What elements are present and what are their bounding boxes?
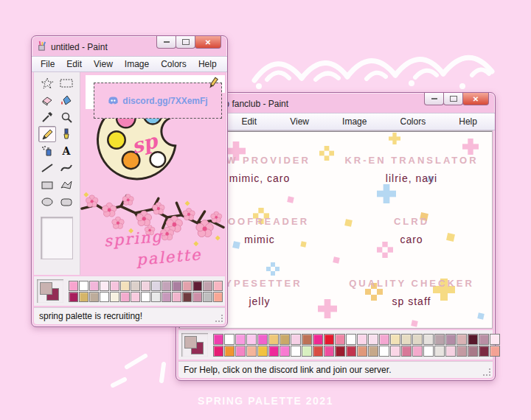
palette-swatch[interactable] <box>357 346 367 357</box>
palette-swatch[interactable] <box>246 334 257 345</box>
palette-swatch[interactable] <box>423 346 434 357</box>
resize-grip[interactable] <box>215 315 223 322</box>
palette-swatch[interactable] <box>110 292 119 302</box>
tool-rounded-rectangle[interactable] <box>58 194 75 210</box>
palette-swatch[interactable] <box>268 334 279 345</box>
selection-box[interactable]: discord.gg/7XXemFj <box>94 83 222 119</box>
palette-swatch[interactable] <box>468 346 478 357</box>
palette-swatch[interactable] <box>390 346 400 357</box>
tool-pick-color[interactable] <box>38 109 56 125</box>
palette-swatch[interactable] <box>324 346 334 357</box>
palette-swatch[interactable] <box>141 292 150 302</box>
palette-swatch[interactable] <box>235 334 246 345</box>
palette-swatch[interactable] <box>379 346 389 357</box>
palette-swatch[interactable] <box>120 281 130 291</box>
palette-swatch[interactable] <box>434 334 445 345</box>
palette-swatch[interactable] <box>79 281 88 291</box>
palette-swatch[interactable] <box>257 346 268 357</box>
titlebar[interactable]: untitled - Paint ✕ <box>32 36 227 56</box>
palette-swatch[interactable] <box>100 281 109 291</box>
palette-swatch[interactable] <box>401 346 412 357</box>
palette-swatch[interactable] <box>368 346 378 357</box>
palette-swatch[interactable] <box>203 281 212 291</box>
tool-select[interactable] <box>58 75 75 91</box>
palette-swatch[interactable] <box>379 334 389 345</box>
maximize-button[interactable] <box>443 93 463 105</box>
palette-swatch[interactable] <box>192 292 202 302</box>
palette-swatch[interactable] <box>457 334 467 345</box>
palette-swatch[interactable] <box>172 292 181 302</box>
menu-file[interactable]: File <box>35 58 60 70</box>
palette-swatch[interactable] <box>291 334 301 345</box>
tool-curve[interactable] <box>58 160 75 176</box>
menu-view[interactable]: View <box>284 116 315 127</box>
menu-image[interactable]: Image <box>119 58 155 70</box>
tool-brush[interactable] <box>58 126 75 142</box>
palette-swatch[interactable] <box>302 346 312 357</box>
menu-image[interactable]: Image <box>336 116 372 127</box>
palette-swatch[interactable] <box>412 346 423 357</box>
palette-swatch[interactable] <box>335 346 345 357</box>
palette-swatch[interactable] <box>246 346 257 357</box>
palette-swatch[interactable] <box>457 346 467 357</box>
foreground-color-swatch[interactable] <box>184 336 197 349</box>
menu-view[interactable]: View <box>88 58 119 70</box>
palette-swatch[interactable] <box>401 334 412 345</box>
palette-swatch[interactable] <box>213 346 223 357</box>
menu-edit[interactable]: Edit <box>60 58 88 70</box>
foreground-color-swatch[interactable] <box>40 282 52 295</box>
palette-swatch[interactable] <box>69 281 78 291</box>
palette-swatch[interactable] <box>357 334 367 345</box>
tool-options-box[interactable] <box>41 217 73 259</box>
palette-swatch[interactable] <box>162 292 171 302</box>
palette-swatch[interactable] <box>151 281 161 291</box>
menu-help[interactable]: Help <box>192 58 223 70</box>
palette-swatch[interactable] <box>445 334 456 345</box>
palette-swatch[interactable] <box>182 292 192 302</box>
palette-swatch[interactable] <box>368 334 378 345</box>
palette-swatch[interactable] <box>390 334 400 345</box>
close-button[interactable]: ✕ <box>195 36 221 49</box>
tool-polygon[interactable] <box>58 177 75 193</box>
tool-free-form-select[interactable] <box>38 75 56 91</box>
palette-swatch[interactable] <box>89 281 99 291</box>
palette-swatch[interactable] <box>141 281 150 291</box>
palette-swatch[interactable] <box>280 334 290 345</box>
tool-fill[interactable] <box>58 92 75 108</box>
palette-swatch[interactable] <box>335 334 345 345</box>
palette-swatch[interactable] <box>89 292 99 302</box>
palette-swatch[interactable] <box>313 334 323 345</box>
palette-swatch[interactable] <box>346 346 356 357</box>
palette-swatch[interactable] <box>302 334 312 345</box>
palette-swatch[interactable] <box>100 292 109 302</box>
palette-swatch[interactable] <box>69 292 78 302</box>
tool-rectangle[interactable] <box>38 177 56 193</box>
palette-swatch[interactable] <box>313 346 323 357</box>
tool-magnifier[interactable] <box>58 109 75 125</box>
palette-swatch[interactable] <box>268 346 279 357</box>
palette-swatch[interactable] <box>291 346 301 357</box>
tool-text[interactable]: A <box>58 143 75 159</box>
palette-swatch[interactable] <box>213 292 223 302</box>
palette-swatch[interactable] <box>182 281 192 291</box>
palette-swatch[interactable] <box>120 292 130 302</box>
palette-swatch[interactable] <box>110 281 119 291</box>
palette-swatch[interactable] <box>131 292 140 302</box>
palette-swatch[interactable] <box>224 334 235 345</box>
palette-swatch[interactable] <box>445 346 456 357</box>
maximize-button[interactable] <box>176 36 195 49</box>
palette-swatch[interactable] <box>324 334 334 345</box>
menu-colors[interactable]: Colors <box>155 58 192 70</box>
palette-swatch[interactable] <box>280 346 290 357</box>
resize-grip[interactable] <box>483 368 490 376</box>
tool-ellipse[interactable] <box>38 194 56 210</box>
palette-swatch[interactable] <box>192 281 202 291</box>
palette-swatch[interactable] <box>479 346 489 357</box>
palette-swatch[interactable] <box>412 334 423 345</box>
palette-swatch[interactable] <box>257 334 268 345</box>
menu-edit[interactable]: Edit <box>235 116 263 127</box>
menu-colors[interactable]: Colors <box>395 116 432 127</box>
palette-swatch[interactable] <box>131 281 140 291</box>
palette-swatch[interactable] <box>224 346 235 357</box>
discord-link[interactable]: discord.gg/7XXemFj <box>122 96 207 106</box>
